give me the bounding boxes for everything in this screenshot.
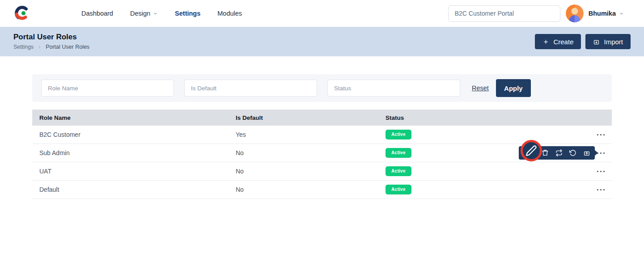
- content: Reset Apply Role Name Is Default Status …: [0, 74, 644, 199]
- export-icon[interactable]: [583, 149, 590, 156]
- cell-is-default: No: [236, 186, 386, 193]
- cell-is-default: No: [236, 149, 386, 156]
- status-badge: Active: [386, 130, 411, 139]
- reset-link[interactable]: Reset: [472, 84, 489, 92]
- cell-role-name: Default: [32, 186, 236, 193]
- cell-role-name: Sub Admin: [32, 149, 236, 156]
- edit-pencil-icon: [525, 145, 537, 156]
- import-button-label: Import: [604, 38, 623, 46]
- status-badge: Active: [386, 185, 411, 194]
- duplicate-icon[interactable]: [555, 149, 563, 156]
- cell-role-name: UAT: [32, 168, 236, 175]
- table-header-row: Role Name Is Default Status: [32, 110, 612, 126]
- create-button[interactable]: Create: [535, 34, 581, 49]
- avatar-icon: [566, 4, 584, 22]
- cell-status: Active: [386, 185, 612, 194]
- chevron-right-icon: [38, 45, 42, 49]
- plus-icon: [542, 38, 549, 45]
- import-button[interactable]: Import: [585, 34, 631, 49]
- status-badge: Active: [386, 166, 411, 176]
- role-name-filter-input[interactable]: [41, 80, 174, 97]
- column-header-is-default: Is Default: [236, 114, 386, 121]
- table-row: Default No Active: [32, 181, 612, 199]
- avatar[interactable]: [566, 4, 584, 22]
- row-menu-button[interactable]: [597, 171, 612, 172]
- filter-bar: Reset Apply: [32, 74, 612, 102]
- import-icon: [593, 38, 600, 45]
- edit-click-indicator[interactable]: [521, 140, 542, 161]
- table-row: B2C Customer Yes Active: [32, 126, 612, 144]
- breadcrumb-current: Portal User Roles: [46, 44, 89, 50]
- page-header-actions: Create Import: [535, 34, 631, 49]
- logo-icon: [13, 4, 31, 22]
- nav-item-dashboard[interactable]: Dashboard: [81, 10, 113, 17]
- row-menu-button[interactable]: [597, 152, 612, 154]
- row-menu-button[interactable]: [597, 134, 612, 135]
- chevron-down-icon: [619, 11, 624, 16]
- user-name: Bhumika: [589, 10, 616, 17]
- row-menu-button[interactable]: [597, 189, 612, 190]
- user-menu[interactable]: Bhumika: [589, 10, 624, 17]
- page-header-band: Portal User Roles Settings Portal User R…: [0, 27, 644, 56]
- table-row: Sub Admin No Active: [32, 144, 612, 162]
- main-nav: Dashboard Design Settings Modules: [81, 10, 242, 17]
- table-row: UAT No Active: [32, 162, 612, 181]
- page-header-left: Portal User Roles Settings Portal User R…: [13, 33, 89, 50]
- page-title: Portal User Roles: [13, 33, 89, 41]
- cell-status: Active: [386, 130, 612, 139]
- nav-label-design: Design: [130, 10, 150, 17]
- nav-label-modules: Modules: [217, 10, 242, 17]
- column-header-status: Status: [386, 114, 612, 121]
- portal-select[interactable]: [448, 5, 560, 22]
- delete-icon[interactable]: [542, 149, 549, 156]
- status-badge: Active: [386, 148, 411, 158]
- navbar-right: Bhumika: [448, 4, 624, 22]
- apply-button[interactable]: Apply: [496, 79, 531, 97]
- create-button-label: Create: [553, 38, 573, 46]
- restore-icon[interactable]: [569, 149, 576, 156]
- status-filter-input[interactable]: [327, 80, 460, 97]
- cell-status: Active: [386, 166, 612, 176]
- nav-item-design[interactable]: Design: [130, 10, 158, 17]
- cell-is-default: Yes: [236, 131, 386, 138]
- nav-item-modules[interactable]: Modules: [217, 10, 242, 17]
- cell-role-name: B2C Customer: [32, 131, 236, 138]
- nav-label-settings: Settings: [175, 10, 200, 17]
- breadcrumb: Settings Portal User Roles: [13, 44, 89, 50]
- roles-table: Role Name Is Default Status B2C Customer…: [32, 110, 612, 199]
- nav-label-dashboard: Dashboard: [81, 10, 113, 17]
- nav-item-settings[interactable]: Settings: [175, 10, 200, 17]
- cell-is-default: No: [236, 168, 386, 175]
- is-default-filter-input[interactable]: [184, 80, 317, 97]
- column-header-role-name: Role Name: [32, 114, 236, 121]
- chevron-down-icon: [153, 11, 158, 16]
- top-navbar: Dashboard Design Settings Modules Bhumik…: [0, 0, 644, 27]
- app-logo[interactable]: [13, 4, 31, 22]
- breadcrumb-parent[interactable]: Settings: [13, 44, 34, 50]
